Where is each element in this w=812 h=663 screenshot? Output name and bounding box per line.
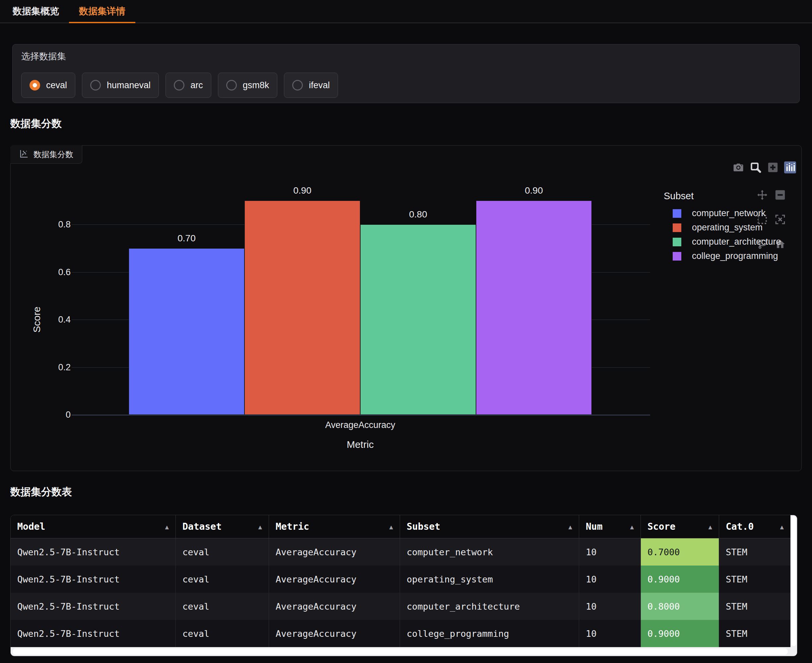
cell-cat: STEM	[719, 566, 791, 593]
cell-subset: computer_network	[400, 538, 579, 566]
sort-ascending-icon: ▲	[258, 523, 262, 530]
column-header-score[interactable]: Score▲	[640, 515, 719, 538]
sort-ascending-icon: ▲	[569, 523, 572, 530]
chart-section-title: 数据集分数	[10, 117, 62, 131]
dataset-radio-arc[interactable]: arc	[165, 73, 211, 98]
bar-chart-plot-area: Score AverageAccuracy Metric Subset comp…	[11, 146, 801, 471]
column-header-subset[interactable]: Subset▲	[400, 515, 579, 538]
bar-college_programming[interactable]	[476, 201, 592, 415]
table-row: Qwen2.5-7B-InstructcevalAverageAccuracyc…	[11, 593, 797, 620]
column-header-cat-0[interactable]: Cat.0▲	[719, 515, 791, 538]
radio-unselected-icon	[292, 80, 303, 91]
bar-computer_network[interactable]	[129, 248, 245, 415]
table-section-title: 数据集分数表	[10, 485, 72, 499]
column-header-num[interactable]: Num▲	[579, 515, 640, 538]
y-axis-tick-label: 0	[31, 410, 71, 420]
cell-model: Qwen2.5-7B-Instruct	[11, 566, 175, 593]
cell-cat: STEM	[719, 620, 791, 647]
legend-title: Subset	[664, 191, 806, 202]
dataset-radio-gsm8k[interactable]: gsm8k	[218, 73, 278, 98]
x-axis-zero-line	[72, 415, 650, 416]
y-axis-tick-label: 0.6	[31, 267, 71, 277]
horizontal-scrollbar[interactable]	[11, 647, 797, 656]
cell-num: 10	[579, 566, 640, 593]
radio-unselected-icon	[90, 80, 101, 91]
legend-item-computer_architecture[interactable]: computer_architecture	[664, 235, 806, 249]
dataset-radio-ceval[interactable]: ceval	[21, 73, 75, 98]
sort-ascending-icon: ▲	[389, 523, 393, 530]
bar-value-label: 0.80	[409, 209, 427, 220]
tab-dataset-overview[interactable]: 数据集概览	[3, 0, 69, 23]
legend-item-label: computer_architecture	[692, 237, 781, 247]
column-header-label: Metric	[276, 521, 309, 532]
radio-option-label: ifeval	[309, 80, 330, 91]
radio-option-label: humaneval	[107, 80, 151, 91]
column-header-model[interactable]: Model▲	[11, 515, 175, 538]
cell-score: 0.7000	[640, 538, 719, 566]
table-row: Qwen2.5-7B-InstructcevalAverageAccuracyc…	[11, 538, 797, 566]
legend-item-operating_system[interactable]: operating_system	[664, 220, 806, 235]
x-axis-tick-label: AverageAccuracy	[325, 420, 395, 430]
column-header-label: Score	[647, 521, 675, 532]
legend-swatch	[673, 209, 681, 218]
tab-bar: 数据集概览 数据集详情	[0, 0, 812, 23]
y-axis-tick-label: 0.2	[31, 362, 71, 372]
cell-model: Qwen2.5-7B-Instruct	[11, 620, 175, 647]
cell-score: 0.9000	[640, 566, 719, 593]
sort-ascending-icon: ▲	[630, 523, 634, 530]
bar-operating_system[interactable]	[245, 201, 360, 415]
column-header-label: Num	[586, 521, 603, 532]
radio-unselected-icon	[174, 80, 185, 91]
bar-value-label: 0.70	[177, 233, 196, 244]
chart-panel: 数据集分数	[10, 145, 802, 471]
legend-item-computer_network[interactable]: computer_network	[664, 206, 806, 220]
column-header-label: Model	[17, 521, 45, 532]
dataset-selector-label: 选择数据集	[21, 51, 791, 61]
cell-num: 10	[579, 538, 640, 566]
cell-dataset: ceval	[175, 538, 269, 566]
tab-dataset-details[interactable]: 数据集详情	[69, 0, 135, 23]
legend-item-college_programming[interactable]: college_programming	[664, 249, 806, 263]
column-header-label: Subset	[407, 521, 440, 532]
dataset-radio-group: cevalhumanevalarcgsm8kifeval	[21, 73, 791, 98]
column-header-label: Dataset	[182, 521, 222, 532]
table-row: Qwen2.5-7B-InstructcevalAverageAccuracyc…	[11, 620, 797, 647]
cell-metric: AverageAccuracy	[269, 620, 400, 647]
cell-num: 10	[579, 593, 640, 620]
cell-dataset: ceval	[175, 593, 269, 620]
cell-subset: college_programming	[400, 620, 579, 647]
legend-items: computer_networkoperating_systemcomputer…	[664, 206, 806, 263]
tab-label: 数据集详情	[79, 5, 125, 18]
legend-item-label: computer_network	[692, 208, 765, 218]
cell-num: 10	[579, 620, 640, 647]
cell-dataset: ceval	[175, 620, 269, 647]
chart-legend: Subset computer_networkoperating_systemc…	[664, 191, 806, 263]
vertical-scrollbar-thumb[interactable]	[791, 516, 796, 646]
dataset-radio-humaneval[interactable]: humaneval	[82, 73, 159, 98]
column-header-metric[interactable]: Metric▲	[269, 515, 400, 538]
bar-value-label: 0.90	[525, 185, 543, 196]
vertical-scrollbar[interactable]	[791, 515, 797, 647]
scores-table: Model▲Dataset▲Metric▲Subset▲Num▲Score▲Ca…	[10, 515, 797, 657]
dataset-radio-ifeval[interactable]: ifeval	[284, 73, 338, 98]
radio-unselected-icon	[226, 80, 237, 91]
legend-swatch	[673, 223, 681, 232]
x-axis-title: Metric	[347, 439, 374, 450]
cell-metric: AverageAccuracy	[269, 566, 400, 593]
cell-subset: computer_architecture	[400, 593, 579, 620]
y-axis-tick-label: 0.8	[31, 220, 71, 230]
table-row: Qwen2.5-7B-InstructcevalAverageAccuracyo…	[11, 566, 797, 593]
tab-label: 数据集概览	[13, 5, 59, 18]
legend-item-label: operating_system	[692, 222, 763, 233]
bar-computer_architecture[interactable]	[360, 225, 476, 415]
cell-metric: AverageAccuracy	[269, 593, 400, 620]
cell-cat: STEM	[719, 538, 791, 566]
cell-subset: operating_system	[400, 566, 579, 593]
radio-selected-icon	[29, 80, 40, 91]
horizontal-scrollbar-thumb[interactable]	[13, 648, 788, 655]
cell-dataset: ceval	[175, 566, 269, 593]
column-header-dataset[interactable]: Dataset▲	[175, 515, 269, 538]
cell-cat: STEM	[719, 593, 791, 620]
radio-option-label: ceval	[46, 80, 67, 91]
legend-swatch	[673, 252, 681, 260]
